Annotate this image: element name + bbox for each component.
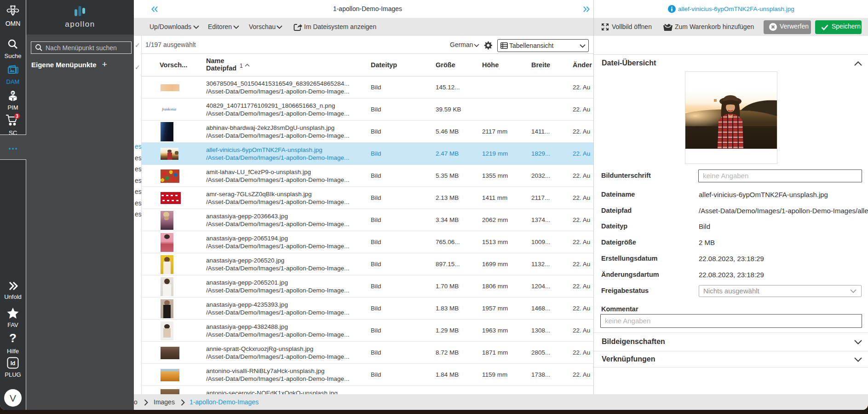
svg-text:Id: Id bbox=[11, 360, 16, 367]
svg-text:3: 3 bbox=[16, 114, 18, 119]
svg-text:P: P bbox=[11, 91, 14, 95]
svg-text:V: V bbox=[10, 393, 16, 403]
